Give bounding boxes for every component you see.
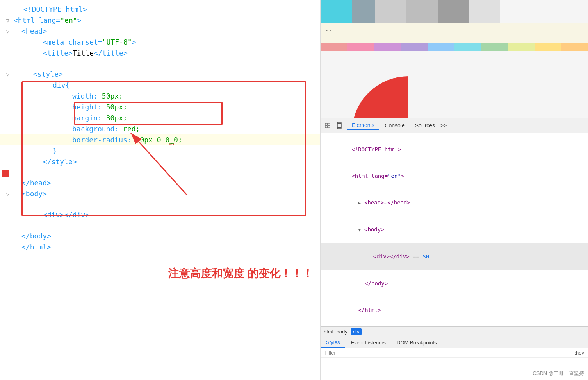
dom-line-head: ▶ <head>…</head>: [321, 189, 588, 216]
code-editor: <!DOCTYPE html> ▽ <html lang="en"> ▽ <he…: [0, 0, 320, 380]
dom-line-div[interactable]: ... <div></div> == $0: [321, 243, 588, 270]
tile-lightgray2: [469, 0, 500, 23]
code-line-2: ▽ <html lang="en">: [0, 15, 320, 26]
svg-rect-2: [325, 123, 327, 125]
code-line-9: width: 50px;: [0, 91, 320, 102]
tile-darkgray: [438, 0, 469, 23]
breadcrumb-body[interactable]: body: [337, 329, 347, 335]
tab-styles[interactable]: Styles: [321, 337, 345, 348]
tile-verylightgray: [500, 0, 531, 23]
breadcrumb-html[interactable]: html: [324, 329, 333, 335]
preview-text-l: l.: [324, 25, 332, 33]
code-line-4: <meta charset="UTF-8">: [0, 37, 320, 48]
svg-rect-4: [325, 126, 327, 128]
code-line-10: height: 50px;: [0, 102, 320, 113]
filter-hov: :hov: [574, 350, 584, 356]
code-line-22: </body>: [0, 231, 320, 242]
styles-filter-input[interactable]: [324, 350, 574, 356]
tile-medgray: [406, 0, 438, 23]
code-line-18: ▽ <body>: [0, 188, 320, 199]
breadcrumb-div[interactable]: div: [351, 328, 362, 335]
triangle-3[interactable]: ▽: [4, 26, 12, 36]
code-line-15: </style>: [0, 156, 320, 167]
code-line-20: <div></div>: [0, 210, 320, 220]
code-line-14: }: [0, 145, 320, 156]
tile-color-strip: [321, 43, 588, 51]
triangle-7[interactable]: ▽: [4, 69, 12, 79]
tab-dom-breakpoints[interactable]: DOM Breakpoints: [391, 337, 442, 348]
code-line-8: div{: [0, 80, 320, 91]
tile-row-2b: [321, 43, 588, 51]
code-line-6: [0, 59, 320, 69]
tab-elements[interactable]: Elements: [347, 121, 379, 130]
code-line-17: </head>: [0, 177, 320, 188]
dom-line-doctype: <!DOCTYPE html>: [321, 136, 588, 163]
tile-cream: [321, 23, 588, 43]
tab-console[interactable]: Console: [380, 121, 409, 130]
red-indicator: [2, 170, 9, 177]
code-line-16: [0, 167, 320, 177]
triangle-18[interactable]: ▽: [4, 189, 12, 199]
dom-line-endhtml: </html>: [321, 297, 588, 323]
code-line-7: ▽ <style>: [0, 69, 320, 80]
dom-line-body: ▼ <body>: [321, 216, 588, 243]
inspect-icon[interactable]: [324, 122, 331, 129]
svg-rect-3: [328, 123, 330, 125]
red-quarter-circle: [352, 76, 408, 118]
code-line-23: </html>: [0, 242, 320, 253]
doctype-tag: <!DOCTYPE html>: [23, 5, 87, 13]
dom-line-html: <html lang="en">: [321, 163, 588, 189]
dom-line-endbody: </body>: [321, 270, 588, 297]
color-tiles: [321, 0, 588, 51]
tile-row-2: [321, 23, 588, 43]
tab-event-listeners[interactable]: Event Listeners: [345, 337, 391, 348]
tab-sources[interactable]: Sources: [410, 121, 440, 130]
code-line-1: <!DOCTYPE html>: [0, 4, 320, 15]
devtools-panel: Elements Console Sources >> <!DOCTYPE ht…: [321, 118, 588, 380]
right-panel: l. ↖: [320, 0, 588, 380]
dom-breadcrumb: html body div: [321, 326, 588, 337]
devtools-tabs: Elements Console Sources >>: [347, 121, 447, 130]
devtools-toolbar: Elements Console Sources >>: [321, 118, 588, 133]
tabs-more: >>: [440, 122, 447, 129]
code-line-12: background: red;: [0, 124, 320, 134]
triangle-2[interactable]: ▽: [4, 15, 12, 25]
dom-tree: <!DOCTYPE html> <html lang="en"> ▶ <head…: [321, 133, 588, 326]
svg-rect-5: [328, 126, 330, 128]
tile-row-1: [321, 0, 588, 23]
code-line-21: [0, 220, 320, 231]
styles-tabs: Styles Event Listeners DOM Breakpoints: [321, 337, 588, 348]
code-line-5: <title>Title</title>: [0, 48, 320, 59]
tile-lightgray: [375, 0, 406, 23]
tile-gray: [352, 0, 375, 23]
code-line-3: ▽ <head>: [0, 26, 320, 37]
device-icon[interactable]: [335, 122, 343, 129]
preview-area: l. ↖: [321, 0, 588, 118]
styles-filter-row: :hov: [321, 348, 588, 358]
code-line-19: [0, 199, 320, 210]
code-line-13: border-radius: 50px 0 0_0;: [0, 134, 320, 145]
code-line-11: margin: 30px;: [0, 113, 320, 124]
watermark: CSDN @二哥一直坚持: [533, 370, 584, 377]
tile-cyan: [321, 0, 352, 23]
annotation-text: 注意高度和宽度 的变化！！！: [168, 266, 313, 281]
